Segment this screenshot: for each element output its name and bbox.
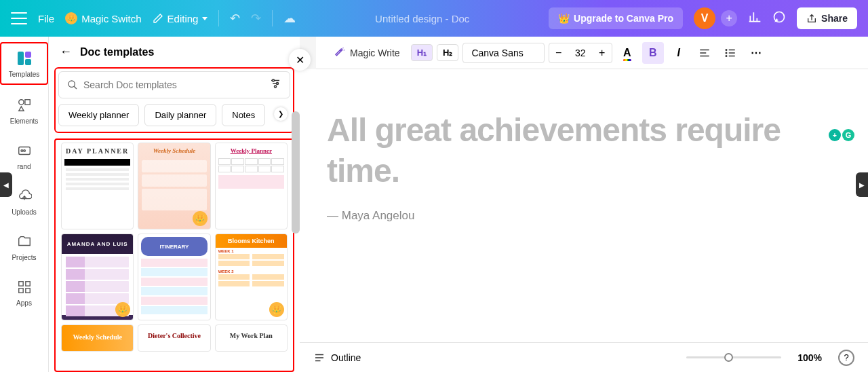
- template-title: Dieter's Collective: [138, 325, 210, 343]
- outline-icon: [313, 352, 326, 364]
- brand-label: rand: [17, 163, 31, 170]
- comments-button[interactable]: [772, 10, 786, 27]
- more-options-button[interactable]: ⋯: [745, 42, 767, 64]
- template-title: Weekly Schedule: [138, 143, 210, 158]
- template-title: DAY PLANNER: [62, 143, 133, 159]
- expand-right-button[interactable]: ▶: [856, 172, 868, 197]
- svg-rect-11: [18, 289, 22, 293]
- list-button[interactable]: [719, 42, 741, 64]
- user-avatar[interactable]: V: [694, 7, 715, 29]
- heading-2-button[interactable]: H₂: [437, 44, 458, 61]
- font-size-decrease[interactable]: −: [549, 43, 568, 62]
- font-size-value[interactable]: 32: [568, 48, 593, 58]
- template-card[interactable]: Weekly Schedule 👑: [138, 143, 210, 229]
- document-title[interactable]: Untitled design - Doc: [307, 13, 538, 24]
- outline-button[interactable]: Outline: [313, 352, 361, 364]
- grammarly-badge-icon[interactable]: G: [842, 129, 854, 141]
- divider: [218, 10, 219, 26]
- template-title: ITINERARY: [141, 237, 207, 256]
- upgrade-label: Upgrade to Canva Pro: [574, 13, 673, 24]
- panel-title: Doc templates: [80, 46, 154, 58]
- svg-point-18: [726, 52, 727, 54]
- chip-weekly-planner[interactable]: Weekly planner: [58, 104, 139, 126]
- chevron-down-icon: [202, 17, 208, 20]
- panel-back-button[interactable]: ←: [60, 45, 72, 59]
- svg-rect-5: [24, 100, 29, 105]
- sidebar-item-brand[interactable]: rand: [0, 136, 48, 176]
- font-size-increase[interactable]: +: [593, 43, 612, 62]
- panel-scrollbar[interactable]: [292, 111, 300, 234]
- template-card[interactable]: Weekly Planner: [215, 143, 288, 229]
- uploads-label: Uploads: [12, 208, 37, 216]
- chip-daily-planner[interactable]: Daily planner: [144, 104, 216, 126]
- apps-label: Apps: [16, 299, 32, 307]
- analytics-button[interactable]: [748, 10, 762, 27]
- template-card[interactable]: DAY PLANNER: [61, 143, 134, 229]
- italic-button[interactable]: I: [668, 42, 690, 64]
- template-title: Blooms Kitchen: [216, 234, 287, 248]
- file-menu[interactable]: File: [38, 13, 54, 24]
- templates-grid-highlight: DAY PLANNER Weekly Schedule 👑 Weekly Pla…: [54, 138, 294, 372]
- template-card[interactable]: My Work Plan: [215, 324, 288, 352]
- undo-button[interactable]: ↶: [230, 11, 240, 26]
- magic-write-label: Magic Write: [350, 48, 400, 58]
- upgrade-button[interactable]: 👑 Upgrade to Canva Pro: [549, 7, 683, 29]
- share-icon: [806, 13, 817, 24]
- help-button[interactable]: ?: [838, 350, 854, 366]
- template-card[interactable]: ITINERARY: [138, 234, 210, 320]
- search-input[interactable]: [83, 79, 264, 90]
- document-placeholder-author: — Maya Angelou: [327, 209, 841, 223]
- sidebar-item-projects[interactable]: Projects: [0, 227, 48, 267]
- assist-badge-icon[interactable]: +: [829, 129, 841, 141]
- pencil-icon: [153, 13, 163, 24]
- search-section-highlight: Weekly planner Daily planner Notes ❯: [54, 67, 294, 133]
- magic-write-button[interactable]: Magic Write: [327, 43, 407, 63]
- uploads-icon: [15, 187, 34, 206]
- zoom-value[interactable]: 100%: [797, 352, 822, 363]
- template-title: Weekly Planner: [216, 143, 287, 158]
- bold-button[interactable]: B: [642, 42, 664, 64]
- templates-icon: [15, 49, 34, 68]
- svg-rect-2: [25, 52, 31, 58]
- magic-wand-icon: [334, 47, 346, 59]
- crown-icon: 👑: [558, 13, 570, 24]
- chip-notes[interactable]: Notes: [222, 104, 265, 126]
- projects-label: Projects: [12, 254, 36, 261]
- slider-thumb[interactable]: [724, 353, 733, 362]
- svg-point-7: [20, 150, 22, 152]
- zoom-slider[interactable]: [686, 356, 781, 358]
- template-title: My Work Plan: [216, 325, 287, 343]
- template-card[interactable]: Weekly Schedule: [61, 324, 134, 352]
- heading-1-button[interactable]: H₁: [411, 44, 433, 61]
- align-button[interactable]: [694, 42, 715, 64]
- sidebar-item-elements[interactable]: Elements: [0, 90, 48, 130]
- close-panel-button[interactable]: ✕: [289, 49, 311, 71]
- add-member-button[interactable]: +: [721, 10, 737, 26]
- svg-rect-6: [18, 147, 30, 155]
- search-box[interactable]: [58, 71, 290, 98]
- redo-button[interactable]: ↷: [251, 11, 261, 26]
- magic-switch-button[interactable]: 👑 Magic Switch: [65, 12, 141, 24]
- share-button[interactable]: Share: [797, 7, 857, 29]
- document-placeholder-quote[interactable]: All great achievements require time.: [327, 110, 841, 191]
- divider: [272, 10, 273, 26]
- text-color-button[interactable]: A: [616, 42, 638, 64]
- collapse-rail-button[interactable]: ◀: [0, 172, 12, 197]
- template-card[interactable]: Blooms Kitchen WEEK 1 WEEK 2 👑: [215, 234, 288, 320]
- svg-rect-12: [25, 289, 29, 293]
- font-size-control: − 32 +: [549, 43, 612, 63]
- sidebar-item-apps[interactable]: Apps: [0, 272, 48, 312]
- template-card[interactable]: AMANDA AND LUIS 👑: [61, 234, 134, 320]
- apps-icon: [15, 278, 34, 297]
- font-selector[interactable]: Canva Sans: [462, 43, 544, 63]
- menu-icon[interactable]: [11, 12, 27, 24]
- chip-scroll-right[interactable]: ❯: [274, 107, 288, 121]
- editing-mode-button[interactable]: Editing: [153, 13, 208, 24]
- template-card[interactable]: Dieter's Collective: [138, 324, 210, 352]
- filter-icon[interactable]: [269, 77, 281, 92]
- svg-point-17: [726, 49, 727, 50]
- sidebar-item-templates[interactable]: Templates: [0, 42, 48, 85]
- cloud-sync-icon[interactable]: ☁: [283, 11, 296, 26]
- template-title: Weekly Schedule: [62, 325, 133, 345]
- share-label: Share: [821, 13, 848, 24]
